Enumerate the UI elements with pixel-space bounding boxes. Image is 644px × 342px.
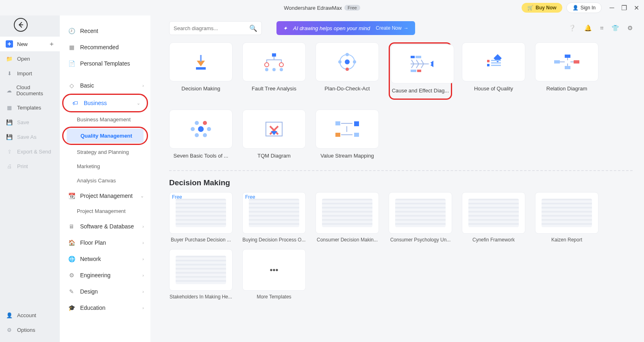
add-icon[interactable]: ＋ <box>48 40 55 48</box>
bell-icon[interactable]: 🔔 <box>584 24 592 32</box>
svg-point-10 <box>345 59 350 64</box>
sub-marketing[interactable]: Marketing <box>60 159 150 173</box>
more-templates-card[interactable]: •••More Templates <box>242 249 306 300</box>
search-icon[interactable]: 🔍 <box>249 24 257 32</box>
minimize-icon[interactable]: ─ <box>609 5 615 11</box>
search-box[interactable]: 🔍 <box>169 21 262 35</box>
rail-open[interactable]: 📁Open <box>0 51 60 66</box>
sign-in-button[interactable]: 👤 Sign In <box>566 2 602 13</box>
template-card[interactable]: House of Quality <box>462 42 525 100</box>
buy-now-button[interactable]: 🛒 Buy Now <box>522 3 562 13</box>
template-card[interactable]: Seven Basic Tools of ... <box>169 110 233 159</box>
design-icon: ✎ <box>68 288 75 295</box>
cloud-icon: ☁ <box>6 87 12 94</box>
svg-rect-16 <box>416 56 421 58</box>
cat-floor[interactable]: 🏠Floor Plan› <box>60 235 150 251</box>
chevron-right-icon: › <box>142 83 144 88</box>
cat-recommended[interactable]: ▦Recommended <box>60 39 150 55</box>
close-icon[interactable]: ✕ <box>633 5 639 11</box>
example-card[interactable]: Consumer Decision Makin... <box>315 192 379 243</box>
example-title: Buying Decision Process O... <box>242 237 306 243</box>
cat-education[interactable]: 🎓Education› <box>60 300 150 316</box>
calendar-icon: 📆 <box>68 192 75 200</box>
template-grid: Decision MakingFault Tree AnalysisPlan-D… <box>169 42 633 159</box>
svg-rect-15 <box>411 56 415 58</box>
example-title: More Templates <box>242 294 306 300</box>
cat-project-mgmt[interactable]: 📆Project Management⌄ <box>60 188 150 204</box>
cat-design[interactable]: ✎Design› <box>60 283 150 300</box>
cat-engineering[interactable]: ⚙Engineering› <box>60 267 150 283</box>
ai-banner[interactable]: ✦ AI drawing helps open your mind Create… <box>276 21 415 35</box>
rail-new-label: New <box>17 41 28 47</box>
template-card[interactable]: TQM Diagram <box>242 110 306 159</box>
sign-in-label: Sign In <box>581 5 596 11</box>
cat-software[interactable]: 🖥Software & Database› <box>60 218 150 235</box>
template-card[interactable]: Relation Diagram <box>535 42 598 100</box>
cat-projmgmt-label: Project Management <box>80 193 133 199</box>
cat-engineering-label: Engineering <box>80 272 111 278</box>
template-thumb <box>462 42 525 81</box>
rail-saveas: 💾Save As <box>0 129 60 144</box>
app-title: Wondershare EdrawMax <box>284 5 342 11</box>
svg-rect-38 <box>354 121 359 126</box>
rail-cloud[interactable]: ☁Cloud Documents <box>0 81 60 100</box>
search-input[interactable] <box>174 25 249 31</box>
template-card[interactable]: Plan-Do-Check-Act <box>315 42 379 100</box>
rail-templates[interactable]: ▦Templates <box>0 100 60 115</box>
rail-new[interactable]: New ＋ <box>0 37 60 51</box>
titlebar: Wondershare EdrawMax Free 🛒 Buy Now 👤 Si… <box>0 0 644 15</box>
cat-network[interactable]: 🌐Network› <box>60 251 150 267</box>
example-thumb: ••• <box>242 249 306 291</box>
svg-rect-25 <box>565 55 570 58</box>
chevron-right-icon: › <box>142 256 144 261</box>
apps-icon[interactable]: ⌗ <box>600 24 603 32</box>
education-icon: 🎓 <box>68 304 75 311</box>
sub-project-mgmt[interactable]: Project Management <box>60 204 150 218</box>
arrow-left-icon <box>17 21 24 28</box>
cat-business[interactable]: 🏷Business⌄ <box>63 95 147 111</box>
cat-personal[interactable]: 📄Personal Templates <box>60 55 150 72</box>
rail-saveas-label: Save As <box>17 134 37 140</box>
example-thumb <box>169 249 233 291</box>
example-thumb <box>535 192 598 234</box>
engineering-icon: ⚙ <box>68 272 75 279</box>
rail-import[interactable]: ⬇Import <box>0 66 60 81</box>
create-now-link[interactable]: Create Now → <box>376 25 408 31</box>
rail-account[interactable]: 👤Account <box>0 308 60 322</box>
template-title: Fault Tree Analysis <box>242 86 306 92</box>
svg-point-7 <box>272 68 276 71</box>
example-card[interactable]: Stakeholders In Making He... <box>169 249 233 300</box>
rail-options[interactable]: ⚙Options <box>0 322 60 337</box>
back-button[interactable] <box>14 18 28 32</box>
example-card[interactable]: Cynefin Framework <box>462 192 525 243</box>
example-title: Consumer Psychology Un... <box>389 237 452 243</box>
template-card[interactable]: Decision Making <box>169 42 233 100</box>
sub-business-mgmt[interactable]: Business Management <box>60 112 150 127</box>
template-card[interactable]: Value Stream Mapping <box>315 110 379 159</box>
svg-point-35 <box>203 133 207 137</box>
example-card[interactable]: FreeBuyer Purchase Decision ... <box>169 192 233 243</box>
free-tag: Free <box>172 194 182 200</box>
import-icon: ⬇ <box>6 70 13 77</box>
sub-quality-mgmt[interactable]: Quality Management <box>67 129 144 143</box>
sub-strategy[interactable]: Strategy and Planning <box>60 145 150 159</box>
free-badge: Free <box>344 5 360 11</box>
svg-point-31 <box>207 127 211 131</box>
example-title: Cynefin Framework <box>462 237 525 243</box>
rail-account-label: Account <box>17 312 36 318</box>
template-card[interactable]: Cause and Effect Diag... <box>389 42 452 100</box>
svg-point-33 <box>203 121 207 125</box>
example-card[interactable]: Consumer Psychology Un... <box>389 192 452 243</box>
example-card[interactable]: Kaizen Report <box>535 192 598 243</box>
template-card[interactable]: Fault Tree Analysis <box>242 42 306 100</box>
example-title: Kaizen Report <box>535 237 598 243</box>
help-icon[interactable]: ❔ <box>568 24 576 32</box>
cat-recent[interactable]: 🕘Recent <box>60 23 150 39</box>
maximize-icon[interactable]: ❐ <box>621 5 627 11</box>
shirt-icon[interactable]: 👕 <box>611 24 619 32</box>
example-card[interactable]: FreeBuying Decision Process O... <box>242 192 306 243</box>
cat-basic[interactable]: ◇Basic› <box>60 77 150 94</box>
settings-icon[interactable]: ⚙ <box>627 24 633 32</box>
chevron-right-icon: › <box>142 224 144 229</box>
sub-analysis[interactable]: Analysis Canvas <box>60 173 150 188</box>
